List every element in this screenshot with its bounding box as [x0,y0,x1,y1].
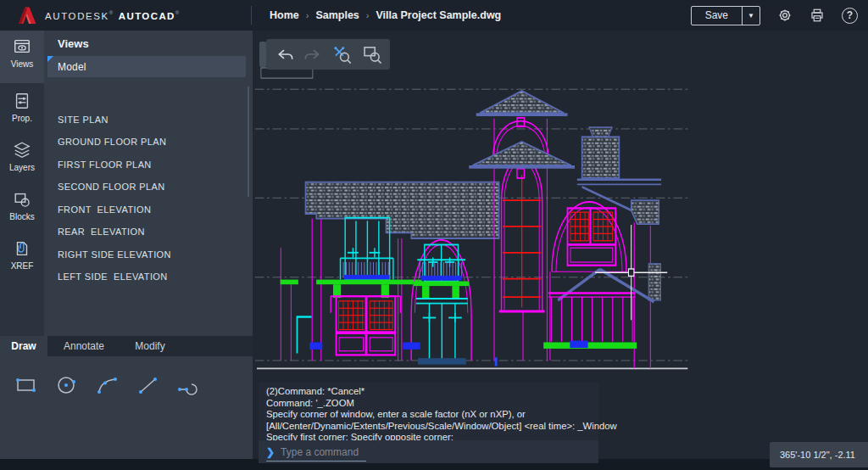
right-eave-hatch [632,200,659,224]
right-gable-cap [589,127,612,137]
breadcrumb-home[interactable]: Home [270,9,299,21]
sidebar-item-layers[interactable]: Layers [0,134,44,183]
command-history-line: Specify corner of window, enter a scale … [266,409,591,421]
sidebar-item-blocks[interactable]: Blocks [0,183,44,232]
tower-window [499,158,545,311]
undo-icon[interactable] [273,43,295,65]
topbar-actions: Save ▼ ? [691,0,858,31]
keystone-upper [517,118,525,126]
line-tool-icon[interactable] [131,368,164,402]
arc-tool-icon[interactable] [90,368,124,402]
views-panel: Views Model SITE PLAN GROUND FLOOR PLAN … [44,31,253,336]
sidebar-item-views[interactable]: Views [0,31,44,83]
command-placeholder: Type a command [281,446,359,458]
view-item-model[interactable]: Model [47,56,246,77]
save-button[interactable]: Save [692,7,742,25]
command-prompt-icon: ❯ [266,446,275,458]
help-icon[interactable]: ? [842,8,858,24]
right-gable-hatch [582,137,620,178]
tab-draw[interactable]: Draw [0,336,47,356]
properties-icon [13,92,31,110]
keystone-lower [517,169,525,178]
left-nav-strip: Views Prop. Layers B [0,31,44,336]
view-item-site-plan[interactable]: SITE PLAN [47,109,246,130]
xref-paperclip-icon [13,239,31,258]
brand-text: AUTODESK® AUTOCAD® [45,8,179,23]
redo-icon[interactable] [303,43,325,65]
tab-annotate[interactable]: Annotate [47,336,120,356]
view-item-ground-floor-plan[interactable]: GROUND FLOOR PLAN [47,131,246,152]
command-input-underline [266,461,366,462]
toolbar-collapse-handle[interactable] [259,42,266,67]
views-scrollbar[interactable] [248,87,249,197]
zoom-window-icon[interactable] [361,43,383,65]
circle-tool-icon[interactable] [49,368,83,402]
view-item-first-floor-plan[interactable]: FIRST FLOOR PLAN [47,154,246,175]
brand: AUTODESK® AUTOCAD® [17,0,179,31]
command-history-line: (2)Command: *Cancel* [266,386,591,398]
breadcrumb-samples[interactable]: Samples [315,9,359,21]
blue-mark [495,357,498,366]
view-item-right-side-elevation[interactable]: RIGHT SIDE ELEVATION [47,243,246,265]
view-item-front-elevation[interactable]: FRONT ELEVATION [47,199,246,220]
save-dropdown-caret[interactable]: ▼ [743,7,760,25]
tool-tabs-bar: Draw Annotate Modify [0,336,253,356]
left-lower-window [331,296,400,355]
command-input[interactable]: ❯ Type a command [259,440,598,463]
autodesk-logo-icon [17,6,37,25]
middle-step [418,358,466,364]
views-panel-title: Views [58,37,89,50]
views-eye-icon [13,37,31,56]
view-item-second-floor-plan[interactable]: SECOND FLOOR PLAN [47,176,246,197]
right-wall-hatch [648,264,660,300]
command-history-line: [All/Center/Dynamic/Extents/Previous/Sca… [266,421,591,433]
topbar-divider [251,6,252,25]
tab-modify[interactable]: Modify [120,336,180,356]
view-item-rear-elevation[interactable]: REAR ELEVATION [47,221,246,242]
breadcrumb: Home › Samples › Villa Project Sample.dw… [270,0,501,31]
save-split-button: Save ▼ [691,6,760,25]
crosshair-cursor [595,225,667,320]
left-cyan-pipe [297,317,311,354]
rectangle-tool-icon[interactable] [8,368,42,402]
left-roof-hatch [305,182,498,238]
tower-roof-top [480,91,564,113]
right-railing [543,293,637,348]
layers-icon [13,141,31,159]
sidebar-item-properties[interactable]: Prop. [0,85,44,136]
breadcrumb-separator: › [306,10,309,20]
canvas-toolbar [266,39,390,70]
blocks-icon [13,190,31,209]
top-bar: AUTODESK® AUTOCAD® Home › Samples › Vill… [0,0,868,31]
zoom-previous-icon[interactable] [331,43,353,65]
print-icon[interactable] [810,8,825,23]
autocad-web-app: (2)Command: *Cancel* Command: '_.ZOOM Sp… [0,0,868,470]
view-item-left-side-elevation[interactable]: LEFT SIDE ELEVATION [47,266,246,287]
polyline-tool-icon[interactable] [171,368,205,402]
draw-tools-area [0,356,253,459]
settings-gear-icon[interactable] [777,8,793,23]
tower-roof-lower [472,142,570,165]
sidebar-item-xref[interactable]: XREF [0,232,44,282]
right-window [568,208,616,265]
breadcrumb-separator: › [366,10,370,20]
command-history-line: Command: '_.ZOOM [266,398,591,410]
breadcrumb-filename: Villa Project Sample.dwg [376,9,502,21]
left-floor-band [281,280,422,299]
coordinates-readout: 365'-10 1/2", -2.11 [770,442,868,467]
porch-roof-left [558,269,600,299]
